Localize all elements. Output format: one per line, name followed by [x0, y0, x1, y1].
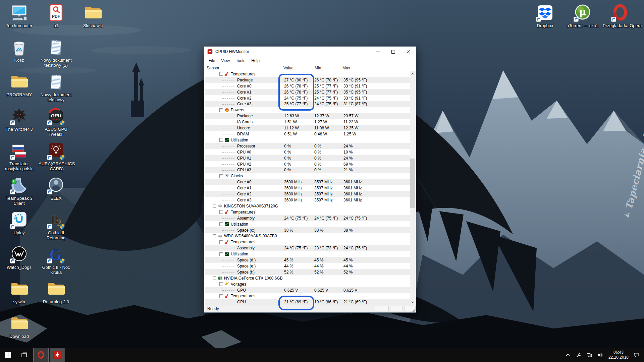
sensor-row-core-1-3[interactable]: Core #126 °C (78 °F)25 °C (77 °F)35 °C (…	[205, 89, 410, 95]
sensor-row-utilization-30[interactable]: Utilization	[205, 251, 410, 257]
tray-chevron-up-icon[interactable]	[565, 352, 571, 358]
sensor-row-cpu-3-16[interactable]: CPU #30 %0 %21 %	[205, 167, 410, 173]
sensor-row-core-3-21[interactable]: Core #33600 MHz3597 MHz3601 MHz	[205, 197, 410, 203]
sensor-row-core-2-20[interactable]: Core #23600 MHz3597 MHz3601 MHz	[205, 191, 410, 197]
sensor-row-kingston-suv400s37120g-22[interactable]: KINGSTON SUV400S37120G	[205, 203, 410, 209]
close-button[interactable]	[401, 47, 416, 57]
taskbar-clock[interactable]: 06:43 22.10.2018	[608, 350, 629, 360]
sensor-row-gpu-36[interactable]: GPU0.625 V0.625 V0.625 V	[205, 287, 410, 293]
sensor-row-wdc-wd6400aaks-00a7b0-27[interactable]: WDC WD6400AAKS-00A7B0	[205, 233, 410, 239]
column-header-min[interactable]: Min	[312, 65, 340, 71]
desktop-icon-watch-dogs[interactable]: Watch_Dogs	[2, 245, 37, 270]
tray-volume-icon[interactable]	[597, 352, 603, 358]
desktop-icon-utorrent-skr-t[interactable]: µuTorrent — skrót	[565, 3, 600, 28]
scroll-up-icon[interactable]	[410, 71, 416, 77]
menu-view[interactable]: View	[218, 57, 233, 65]
collapse-expander-icon[interactable]	[219, 174, 223, 178]
sensor-row-temperatures-23[interactable]: Temperatures	[205, 209, 410, 215]
sensor-row-core-1-19[interactable]: Core #13600 MHz3597 MHz3601 MHz	[205, 185, 410, 191]
sensor-row-temperatures-28[interactable]: Temperatures	[205, 239, 410, 245]
sensor-row-package-7[interactable]: Package12.63 W12.37 W23.57 W	[205, 113, 410, 119]
vertical-scrollbar[interactable]	[410, 71, 416, 305]
collapse-expander-icon[interactable]	[219, 72, 223, 76]
collapse-expander-icon[interactable]	[219, 210, 223, 214]
sensor-row-ia-cores-8[interactable]: IA Cores1.51 W1.27 W11.22 W	[205, 119, 410, 125]
scroll-down-icon[interactable]	[410, 299, 416, 305]
sensor-row-clocks-17[interactable]: Clocks	[205, 173, 410, 179]
desktop-icon-programy[interactable]: PROGRAMY	[2, 72, 37, 97]
desktop-icon-the-witcher-3[interactable]: The Witcher 3	[2, 107, 37, 132]
action-center-icon[interactable]	[633, 352, 639, 358]
collapse-expander-icon[interactable]	[213, 204, 216, 208]
collapse-expander-icon[interactable]	[219, 138, 223, 142]
taskbar-button-task-view[interactable]	[16, 348, 32, 362]
column-header-sensor[interactable]: Sensor	[204, 65, 281, 71]
collapse-expander-icon[interactable]	[219, 222, 223, 226]
sensor-row-uncore-9[interactable]: Uncore11.12 W11.08 W12.35 W	[205, 125, 410, 131]
sensor-row-gpu-38[interactable]: GPU21 °C (69 °F)19 °C (66 °F)21 °C (69 °…	[205, 299, 410, 305]
desktop-icon-a1[interactable]: PDFa1	[39, 3, 73, 28]
taskbar-button-start[interactable]	[0, 348, 16, 362]
desktop-icon-nowy-dokument-tekstowy[interactable]: Nowy dokument tekstowy	[39, 72, 73, 102]
collapse-expander-icon[interactable]	[219, 252, 223, 256]
collapse-expander-icon[interactable]	[219, 240, 223, 244]
collapse-expander-icon[interactable]	[219, 108, 223, 112]
menu-tools[interactable]: Tools	[233, 57, 248, 65]
sensor-row-cpu-2-15[interactable]: CPU #20 %0 %69 %	[205, 161, 410, 167]
desktop-icon-asus-gpu-tweakii[interactable]: GPUTWEAKASUS GPU TweakII	[39, 107, 73, 137]
minimize-button[interactable]	[371, 47, 386, 57]
sensor-row-core-0-18[interactable]: Core #03600 MHz3597 MHz3601 MHz	[205, 179, 410, 185]
desktop-icon-returning-2-0[interactable]: Returning 2.0	[39, 280, 73, 304]
sensor-row-assembly-24[interactable]: Assembly24 °C (75 °F)24 °C (75 °F)24 °C …	[205, 215, 410, 221]
sensor-row-cpu-0-13[interactable]: CPU #00 %0 %10 %	[205, 149, 410, 155]
sensor-row-cpu-1-14[interactable]: CPU #10 %0 %24 %	[205, 155, 410, 161]
sensor-row-core-3-5[interactable]: Core #325 °C (77 °F)24 °C (75 °F)31 °C (…	[205, 101, 410, 107]
taskbar-button-hwmonitor[interactable]	[50, 348, 65, 362]
sensor-row-assembly-29[interactable]: Assembly24 °C (75 °F)23 °C (73 °F)24 °C …	[205, 245, 410, 251]
sensor-row-temperatures-0[interactable]: Temperatures	[205, 71, 410, 77]
desktop-icon-dropbox[interactable]: Dropbox	[528, 3, 562, 28]
desktop-icon-gothic-ii-returning[interactable]: R2Gothic II Returning	[39, 210, 73, 240]
desktop-icon-gothic-ii-noc-kruka[interactable]: GGothic II - Noc Kruka	[39, 245, 73, 275]
scrollbar-thumb[interactable]	[410, 159, 415, 208]
collapse-expander-icon[interactable]	[213, 276, 216, 280]
desktop-icon-download[interactable]: Download	[2, 314, 37, 339]
desktop-icon-przegl-darka-opera[interactable]: Przeglądarka Opera	[603, 3, 638, 28]
sensor-row-core-0-2[interactable]: Core #026 °C (78 °F)25 °C (77 °F)33 °C (…	[205, 83, 410, 89]
sensor-list[interactable]: TemperaturesPackage27 °C (80 °F)26 °C (7…	[205, 71, 416, 305]
column-header-value[interactable]: Value	[281, 65, 312, 71]
sensor-row-core-2-4[interactable]: Core #224 °C (75 °F)24 °C (75 °F)33 °C (…	[205, 95, 410, 101]
sensor-row-temperatures-37[interactable]: Temperatures	[205, 293, 410, 299]
sensor-row-utilization-11[interactable]: Utilization	[205, 137, 410, 143]
sensor-row-package-1[interactable]: Package27 °C (80 °F)26 °C (78 °F)35 °C (…	[205, 77, 410, 83]
desktop-icon-kosz[interactable]: Kosz	[2, 38, 37, 63]
desktop-icon-aura-graphics-card[interactable]: AURA(GRAPHICS CARD)	[39, 141, 73, 171]
sensor-row-dram-10[interactable]: DRAM0.51 W0.48 W1.25 W	[205, 131, 410, 137]
sensor-row-space-f-33[interactable]: Space (f:)52 %52 %52 %	[205, 269, 410, 275]
taskbar-button-opera[interactable]	[33, 348, 49, 362]
collapse-expander-icon[interactable]	[219, 294, 223, 298]
collapse-expander-icon[interactable]	[213, 234, 216, 238]
desktop-icon-nowy-dokument-tekstowy-2[interactable]: Nowy dokument tekstowy (2)	[39, 38, 73, 68]
menu-file[interactable]: File	[206, 57, 218, 65]
desktop-icon-teamspeak-3-client[interactable]: TeamSpeak 3 Client	[2, 176, 37, 206]
title-bar[interactable]: CPUID HWMonitor	[204, 47, 416, 57]
sensor-row-nvidia-geforce-gtx-1060-6gb-34[interactable]: NVIDIA GeForce GTX 1060 6GB	[205, 275, 410, 281]
sensor-row-utilization-25[interactable]: Utilization	[205, 221, 410, 227]
desktop-icon-translator-rosyjsko-polski[interactable]: Translator rosyjsko-polski	[2, 141, 37, 171]
tray-network-icon[interactable]	[586, 352, 592, 358]
desktop-icon-uplay[interactable]: Uplay	[2, 210, 37, 235]
desktop-icon-s-uchawki[interactable]: Słuchawki	[75, 3, 110, 28]
menu-help[interactable]: Help	[248, 57, 263, 65]
desktop-icon-ten-komputer[interactable]: Ten komputer	[2, 3, 37, 28]
sensor-row-voltages-35[interactable]: Voltages	[205, 281, 410, 287]
sensor-row-powers-6[interactable]: Powers	[205, 107, 410, 113]
desktop-icon-sylwia[interactable]: sylwia	[2, 280, 37, 304]
collapse-expander-icon[interactable]	[219, 282, 223, 286]
tray-airplane-icon[interactable]	[576, 352, 582, 358]
sensor-row-space-d-31[interactable]: Space (d:)45 %45 %45 %	[205, 257, 410, 263]
sensor-row-space-c-26[interactable]: Space (c:)38 %38 %38 %	[205, 227, 410, 233]
maximize-button[interactable]	[386, 47, 401, 57]
column-header-max[interactable]: Max	[340, 65, 369, 71]
desktop-icon-elex[interactable]: ELEX	[39, 176, 73, 201]
